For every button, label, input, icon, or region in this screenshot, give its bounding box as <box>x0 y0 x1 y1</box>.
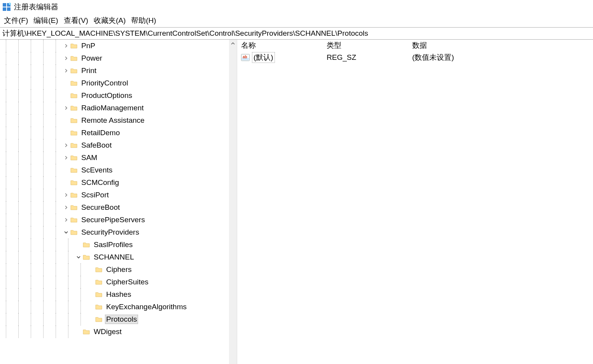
chevron-right-icon[interactable] <box>62 54 70 62</box>
tree-node[interactable]: RadioManagement <box>0 102 229 114</box>
chevron-right-icon[interactable] <box>62 216 70 224</box>
scrollbar-vertical[interactable] <box>229 40 237 364</box>
chevron-right-icon[interactable] <box>62 191 70 199</box>
tree-node-label: ProductOptions <box>80 91 133 100</box>
main-area: PnPPowerPrintPriorityControlProductOptio… <box>0 40 593 364</box>
tree-content[interactable]: PnPPowerPrintPriorityControlProductOptio… <box>0 40 229 338</box>
tree-node[interactable]: PnP <box>0 40 229 52</box>
scroll-up-icon[interactable] <box>229 40 237 47</box>
tree-indent <box>25 301 37 313</box>
menu-file[interactable]: 文件(F) <box>4 16 28 26</box>
tree-node[interactable]: Power <box>0 52 229 64</box>
tree-node-label: SaslProfiles <box>93 240 134 249</box>
expander-blank <box>62 129 70 137</box>
svg-point-5 <box>9 3 10 4</box>
tree-node-label: SAM <box>80 153 98 162</box>
chevron-right-icon[interactable] <box>62 104 70 112</box>
menu-bar: 文件(F) 编辑(E) 查看(V) 收藏夹(A) 帮助(H) <box>0 14 593 27</box>
tree-indent <box>37 301 50 313</box>
tree-indent <box>50 127 62 139</box>
folder-icon <box>70 79 78 87</box>
tree-node-label: Ciphers <box>105 265 133 274</box>
tree-indent <box>50 313 62 326</box>
tree-indent <box>50 114 62 127</box>
folder-icon <box>70 154 78 162</box>
tree-node[interactable]: SecurityProviders <box>0 226 229 239</box>
svg-text:ab: ab <box>243 55 247 59</box>
tree-node[interactable]: Remote Assistance <box>0 114 229 127</box>
tree-node-label: Print <box>80 66 98 75</box>
folder-icon <box>95 266 103 273</box>
tree-node[interactable]: Hashes <box>0 288 229 301</box>
tree-indent <box>50 288 62 301</box>
chevron-right-icon[interactable] <box>62 42 70 50</box>
tree-indent <box>0 226 12 239</box>
tree-node[interactable]: SaslProfiles <box>0 239 229 251</box>
folder-icon <box>82 328 90 336</box>
tree-node-label: PriorityControl <box>80 78 129 88</box>
tree-node[interactable]: ProductOptions <box>0 89 229 102</box>
folder-icon <box>95 291 103 298</box>
tree-node[interactable]: ScEvents <box>0 164 229 176</box>
tree-indent <box>50 201 62 214</box>
tree-indent <box>12 276 25 288</box>
tree-indent <box>12 288 25 301</box>
tree-indent <box>37 64 50 77</box>
tree-node[interactable]: Ciphers <box>0 263 229 276</box>
folder-icon <box>82 253 90 261</box>
chevron-down-icon[interactable] <box>75 253 82 261</box>
tree-indent <box>37 313 50 326</box>
value-name: (默认) <box>252 52 275 63</box>
tree-node-label: Remote Assistance <box>80 116 146 125</box>
tree-node[interactable]: Protocols <box>0 313 229 326</box>
tree-node[interactable]: SafeBoot <box>0 139 229 152</box>
tree-indent <box>37 127 50 139</box>
expander-blank <box>62 92 70 99</box>
tree-indent <box>62 276 75 288</box>
tree-node-label: SCMConfig <box>80 178 120 187</box>
column-header-name[interactable]: 名称 <box>237 40 323 51</box>
tree-indent <box>0 276 12 288</box>
tree-indent <box>50 164 62 176</box>
tree-node[interactable]: CipherSuites <box>0 276 229 288</box>
tree-node[interactable]: SCMConfig <box>0 176 229 189</box>
tree-indent <box>12 313 25 326</box>
chevron-right-icon[interactable] <box>62 154 70 162</box>
tree-indent <box>0 152 12 164</box>
tree-node-label: Power <box>80 54 103 63</box>
chevron-right-icon[interactable] <box>62 141 70 149</box>
tree-node[interactable]: Print <box>0 64 229 77</box>
svg-rect-0 <box>3 3 6 7</box>
tree-indent <box>50 301 62 313</box>
tree-indent <box>25 276 37 288</box>
chevron-right-icon[interactable] <box>62 204 70 211</box>
tree-node[interactable]: SecureBoot <box>0 201 229 214</box>
tree-node[interactable]: SCHANNEL <box>0 251 229 263</box>
tree-indent <box>50 226 62 239</box>
list-row[interactable]: ab(默认)REG_SZ(数值未设置) <box>237 51 593 64</box>
menu-view[interactable]: 查看(V) <box>64 16 88 26</box>
tree-indent <box>37 139 50 152</box>
tree-node-label: Hashes <box>105 290 132 299</box>
menu-edit[interactable]: 编辑(E) <box>33 16 58 26</box>
chevron-right-icon[interactable] <box>62 67 70 75</box>
folder-icon <box>95 303 103 311</box>
menu-help[interactable]: 帮助(H) <box>131 16 156 26</box>
tree-node[interactable]: RetailDemo <box>0 127 229 139</box>
tree-indent <box>75 288 87 301</box>
tree-node[interactable]: KeyExchangeAlgorithms <box>0 301 229 313</box>
column-header-type[interactable]: 类型 <box>323 40 408 51</box>
tree-node[interactable]: PriorityControl <box>0 77 229 89</box>
column-header-data[interactable]: 数据 <box>408 40 593 51</box>
menu-favorites[interactable]: 收藏夹(A) <box>94 16 126 26</box>
tree-node[interactable]: SAM <box>0 152 229 164</box>
chevron-down-icon[interactable] <box>62 228 70 236</box>
tree-indent <box>75 313 87 326</box>
tree-node[interactable]: SecurePipeServers <box>0 214 229 226</box>
tree-indent <box>37 102 50 114</box>
tree-node-label: WDigest <box>93 327 123 336</box>
address-bar[interactable]: 计算机\HKEY_LOCAL_MACHINE\SYSTEM\CurrentCon… <box>0 27 593 40</box>
tree-node[interactable]: ScsiPort <box>0 189 229 201</box>
tree-node[interactable]: WDigest <box>0 326 229 338</box>
tree-indent <box>50 102 62 114</box>
